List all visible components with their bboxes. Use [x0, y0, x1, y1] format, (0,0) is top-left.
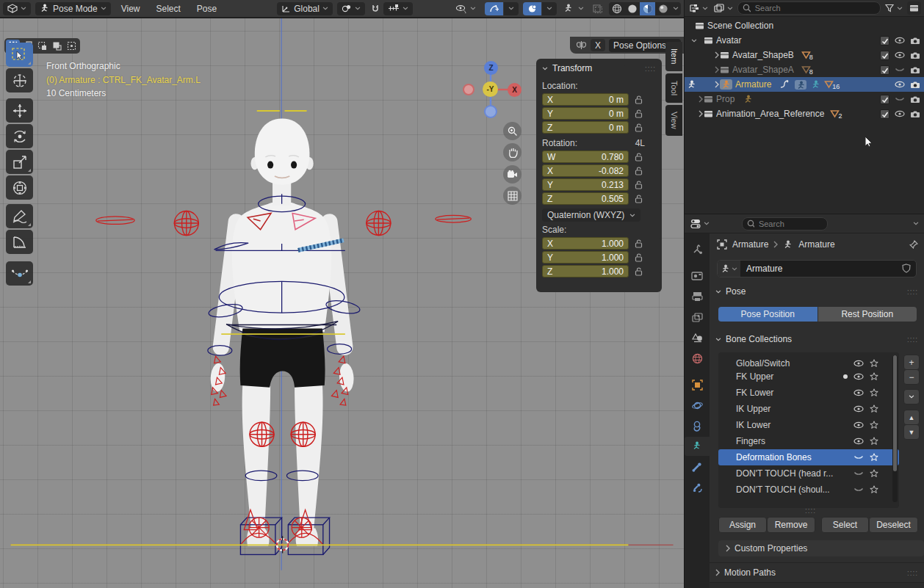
- pan-view-button[interactable]: [503, 143, 521, 161]
- location-z-field[interactable]: Z0 m: [542, 121, 629, 134]
- properties-options-dropdown[interactable]: [912, 222, 920, 225]
- panel-grip[interactable]: ::::: [645, 65, 656, 73]
- tab-tool[interactable]: [685, 239, 710, 258]
- outliner-search[interactable]: [737, 1, 881, 15]
- motion-paths-panel[interactable]: Motion Paths ::::: [710, 562, 924, 582]
- tool-transform[interactable]: [6, 175, 33, 200]
- render-camera-icon[interactable]: [910, 110, 920, 118]
- bone-collection-row[interactable]: FK Upper: [718, 369, 899, 385]
- move-collection-up-button[interactable]: ▲: [903, 410, 920, 425]
- lock-icon[interactable]: [635, 123, 643, 133]
- menu-pose[interactable]: Pose: [191, 4, 223, 14]
- assign-button[interactable]: Assign: [718, 517, 767, 533]
- select-mode-invert-button[interactable]: [50, 40, 64, 52]
- lock-icon[interactable]: [635, 181, 643, 190]
- show-overlays-toggle[interactable]: [523, 2, 541, 15]
- list-resize-grip[interactable]: ::::: [805, 507, 816, 515]
- tool-select-box[interactable]: [6, 43, 33, 67]
- solo-star-icon[interactable]: [870, 437, 878, 446]
- solo-star-icon[interactable]: [870, 485, 878, 494]
- transform-orientation-dropdown[interactable]: Global: [277, 2, 333, 15]
- solo-star-icon[interactable]: [870, 404, 878, 413]
- breadcrumb-object[interactable]: Armature: [732, 239, 768, 250]
- xray-settings-dropdown[interactable]: [577, 2, 585, 15]
- hide-eye-icon[interactable]: [895, 37, 905, 44]
- rotation-z-field[interactable]: Z0.505: [542, 192, 629, 205]
- outliner-filter-dropdown[interactable]: [884, 1, 904, 15]
- selectable-checkbox[interactable]: [880, 95, 889, 104]
- knee-sphere-l[interactable]: [291, 422, 315, 446]
- xray-toggle[interactable]: [561, 2, 576, 15]
- lock-icon[interactable]: [635, 167, 643, 176]
- solo-star-icon[interactable]: [870, 388, 878, 397]
- solo-star-icon[interactable]: [870, 359, 878, 368]
- outliner-row-animation-area-reference[interactable]: Animation_Area_Reference 2: [685, 106, 924, 121]
- panel-grip[interactable]: ::::: [907, 335, 918, 344]
- bone-collection-row[interactable]: IK Upper: [718, 401, 899, 417]
- panel-grip[interactable]: ::::: [907, 288, 918, 296]
- outliner-row-prop[interactable]: Prop: [685, 92, 924, 106]
- tab-scene[interactable]: [685, 328, 710, 347]
- rotation-lock-badge[interactable]: 4L: [635, 138, 645, 148]
- rotation-x-field[interactable]: X-0.082: [542, 164, 629, 177]
- remove-bone-collection-button[interactable]: −: [903, 369, 920, 385]
- tab-bone[interactable]: [685, 457, 710, 476]
- rest-position-button[interactable]: Rest Position: [818, 307, 917, 322]
- visibility-eye-icon[interactable]: [853, 405, 864, 413]
- new-collection-button[interactable]: [907, 1, 921, 15]
- show-gizmo-toggle[interactable]: [485, 2, 503, 15]
- shading-solid-button[interactable]: [624, 2, 640, 15]
- render-camera-icon[interactable]: [910, 66, 920, 74]
- tab-render[interactable]: [685, 266, 710, 285]
- select-button[interactable]: Select: [821, 517, 869, 533]
- deselect-button[interactable]: Deselect: [869, 517, 918, 533]
- custom-properties-panel[interactable]: Custom Properties: [718, 540, 924, 556]
- rotation-mode-dropdown[interactable]: Quaternion (WXYZ): [542, 208, 640, 222]
- shading-material-button[interactable]: [640, 2, 655, 15]
- hand-disc-r[interactable]: [96, 217, 134, 225]
- scale-z-field[interactable]: Z1.000: [542, 265, 629, 277]
- knee-sphere-r[interactable]: [250, 422, 274, 446]
- gizmo-x-axis[interactable]: X: [508, 83, 521, 97]
- visibility-eye-closed-icon[interactable]: [853, 454, 864, 461]
- navigation-gizmo[interactable]: Z X -Y: [463, 61, 521, 120]
- solo-star-icon[interactable]: [870, 469, 878, 478]
- datablock-name-field[interactable]: Armature: [717, 260, 917, 277]
- gizmo-settings-dropdown[interactable]: [504, 2, 519, 15]
- sidebar-tab-item[interactable]: Item: [665, 42, 682, 71]
- list-scrollbar-handle[interactable]: [893, 355, 897, 471]
- gizmo-neg-x-axis[interactable]: [463, 84, 474, 95]
- pose-panel-header[interactable]: Pose ::::: [715, 286, 918, 297]
- breadcrumb-data[interactable]: Armature: [798, 239, 834, 250]
- selectable-checkbox[interactable]: [880, 51, 889, 60]
- outliner-search-input[interactable]: [754, 3, 876, 13]
- render-camera-icon[interactable]: [910, 95, 920, 104]
- ortho-grid-button[interactable]: [503, 186, 521, 205]
- pose-position-button[interactable]: Pose Position: [718, 307, 817, 322]
- render-camera-icon[interactable]: [910, 37, 920, 45]
- outliner-display-mode-dropdown[interactable]: [712, 1, 734, 15]
- shading-rendered-button[interactable]: [655, 2, 671, 15]
- outliner-scene-collection[interactable]: Scene Collection: [685, 18, 924, 33]
- visibility-eye-closed-icon[interactable]: [853, 486, 864, 493]
- hide-eye-icon[interactable]: [895, 51, 905, 59]
- bone-collection-row[interactable]: FK Lower: [718, 385, 899, 401]
- list-scrollbar[interactable]: [892, 355, 898, 502]
- panel-grip[interactable]: ::::: [907, 569, 918, 577]
- menu-view[interactable]: View: [115, 4, 146, 14]
- visibility-eye-icon[interactable]: [853, 360, 864, 367]
- tool-scale[interactable]: [6, 150, 33, 174]
- gizmo-z-axis[interactable]: Z: [484, 61, 498, 75]
- render-camera-icon[interactable]: [910, 81, 920, 89]
- bone-collections-panel-header[interactable]: Bone Collections ::::: [715, 334, 918, 344]
- character-model[interactable]: [209, 119, 354, 546]
- tool-rotate[interactable]: [6, 124, 33, 148]
- selectable-checkbox[interactable]: [880, 109, 889, 119]
- location-y-field[interactable]: Y0 m: [542, 107, 629, 120]
- snap-toggle[interactable]: [369, 2, 382, 15]
- camera-view-button[interactable]: [503, 165, 521, 184]
- solo-star-icon[interactable]: [870, 453, 878, 462]
- outliner-row-avatar-shapea[interactable]: Avatar_ShapeA 8: [685, 62, 924, 77]
- transform-panel-header[interactable]: Transform: [542, 63, 592, 73]
- solo-star-icon[interactable]: [870, 421, 878, 429]
